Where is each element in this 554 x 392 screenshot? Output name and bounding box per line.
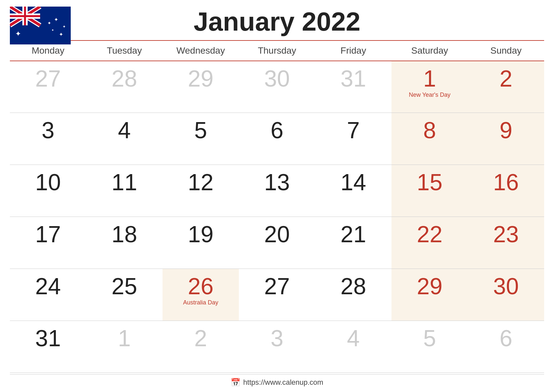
header-sunday: Sunday <box>468 40 544 61</box>
day-number: 31 <box>35 327 61 350</box>
day-number: 26 <box>188 275 214 298</box>
calendar-header: ✦ ✦ ✦ ✦ ✦ ✦ January 2022 <box>10 7 544 37</box>
day-number: 9 <box>500 119 513 142</box>
footer: 📅 https://www.calenup.com <box>10 374 544 389</box>
header-tuesday: Tuesday <box>86 40 163 61</box>
day-number: 25 <box>112 275 137 298</box>
day-number: 28 <box>340 275 366 298</box>
day-number: 4 <box>347 327 360 350</box>
calendar-cell: 27 <box>239 269 315 321</box>
day-number: 29 <box>417 275 442 298</box>
day-number: 5 <box>423 327 436 350</box>
calendar-cell: 29 <box>391 269 468 321</box>
calendar-cell: 31 <box>10 321 86 373</box>
calendar-cell: 5 <box>391 321 468 373</box>
month-title: January 2022 <box>193 7 360 37</box>
calendar-cell: 27 <box>10 61 86 113</box>
calendar-cell: 18 <box>86 217 163 269</box>
week-row-5: 31123456 <box>10 321 544 373</box>
day-number: 30 <box>493 275 519 298</box>
calendar-cell: 12 <box>163 165 239 217</box>
calendar-cell: 4 <box>315 321 391 373</box>
svg-text:✦: ✦ <box>15 30 21 38</box>
day-number: 30 <box>264 67 290 90</box>
calendar-cell: 1 <box>86 321 163 373</box>
svg-text:✦: ✦ <box>59 32 63 37</box>
calendar-cell: 2 <box>163 321 239 373</box>
calendar-cell: 19 <box>163 217 239 269</box>
calendar-cell: 31 <box>315 61 391 113</box>
calendar-cell: 26Australia Day <box>163 269 239 321</box>
calendar-cell: 30 <box>468 269 544 321</box>
calendar-cell: 29 <box>163 61 239 113</box>
calendar-cell: 7 <box>315 113 391 165</box>
calendar-cell: 3 <box>239 321 315 373</box>
footer-url: https://www.calenup.com <box>243 378 323 387</box>
day-number: 3 <box>42 119 55 142</box>
header-friday: Friday <box>315 40 391 61</box>
calendar-cell: 24 <box>10 269 86 321</box>
day-number: 11 <box>112 171 137 194</box>
calendar-cell: 9 <box>468 113 544 165</box>
calendar-cell: 6 <box>239 113 315 165</box>
day-number: 21 <box>340 223 366 246</box>
calendar-cell: 13 <box>239 165 315 217</box>
day-number: 27 <box>264 275 290 298</box>
day-number: 16 <box>493 171 519 194</box>
day-number: 7 <box>347 119 360 142</box>
calendar-cell: 25 <box>86 269 163 321</box>
week-row-4: 242526Australia Day27282930 <box>10 269 544 321</box>
calendar-cell: 20 <box>239 217 315 269</box>
day-number: 6 <box>500 327 513 350</box>
flag: ✦ ✦ ✦ ✦ ✦ ✦ <box>10 7 71 46</box>
calendar-cell: 4 <box>86 113 163 165</box>
day-number: 14 <box>340 171 366 194</box>
day-number: 23 <box>493 223 519 246</box>
calendar-cell: 8 <box>391 113 468 165</box>
calendar-cell: 2 <box>468 61 544 113</box>
calendar-cell: 28 <box>86 61 163 113</box>
day-number: 1 <box>118 327 131 350</box>
calendar-cell: 21 <box>315 217 391 269</box>
day-number: 19 <box>188 223 214 246</box>
day-number: 17 <box>35 223 61 246</box>
day-number: 18 <box>112 223 137 246</box>
week-row-1: 3456789 <box>10 113 544 165</box>
svg-text:✦: ✦ <box>51 28 54 32</box>
calendar-cell: 28 <box>315 269 391 321</box>
calendar-cell: 10 <box>10 165 86 217</box>
day-number: 1 <box>423 67 436 90</box>
week-row-3: 17181920212223 <box>10 217 544 269</box>
day-number: 5 <box>194 119 207 142</box>
holiday-label: New Year's Day <box>409 91 451 98</box>
calendar-cell: 5 <box>163 113 239 165</box>
calendar-cell: 1New Year's Day <box>391 61 468 113</box>
day-number: 6 <box>271 119 284 142</box>
calendar-cell: 14 <box>315 165 391 217</box>
day-number: 2 <box>500 67 513 90</box>
holiday-label: Australia Day <box>183 299 218 306</box>
calendar-cell: 6 <box>468 321 544 373</box>
day-number: 12 <box>188 171 214 194</box>
day-number: 24 <box>35 275 61 298</box>
week-row-2: 10111213141516 <box>10 165 544 217</box>
calendar-cell: 23 <box>468 217 544 269</box>
calendar-cell: 17 <box>10 217 86 269</box>
day-number: 4 <box>118 119 131 142</box>
day-number: 2 <box>194 327 207 350</box>
calendar-cell: 16 <box>468 165 544 217</box>
day-number: 8 <box>423 119 436 142</box>
calendar-cell: 11 <box>86 165 163 217</box>
day-number: 3 <box>271 327 284 350</box>
svg-text:✦: ✦ <box>54 17 58 22</box>
day-number: 31 <box>340 67 366 90</box>
calendar-cell: 3 <box>10 113 86 165</box>
calendar-cell: 22 <box>391 217 468 269</box>
day-number: 27 <box>35 67 61 90</box>
calendar-icon: 📅 <box>231 378 240 387</box>
day-number: 13 <box>264 171 290 194</box>
day-number: 10 <box>35 171 61 194</box>
svg-text:✦: ✦ <box>47 20 51 26</box>
day-number: 20 <box>264 223 290 246</box>
header-saturday: Saturday <box>391 40 468 61</box>
